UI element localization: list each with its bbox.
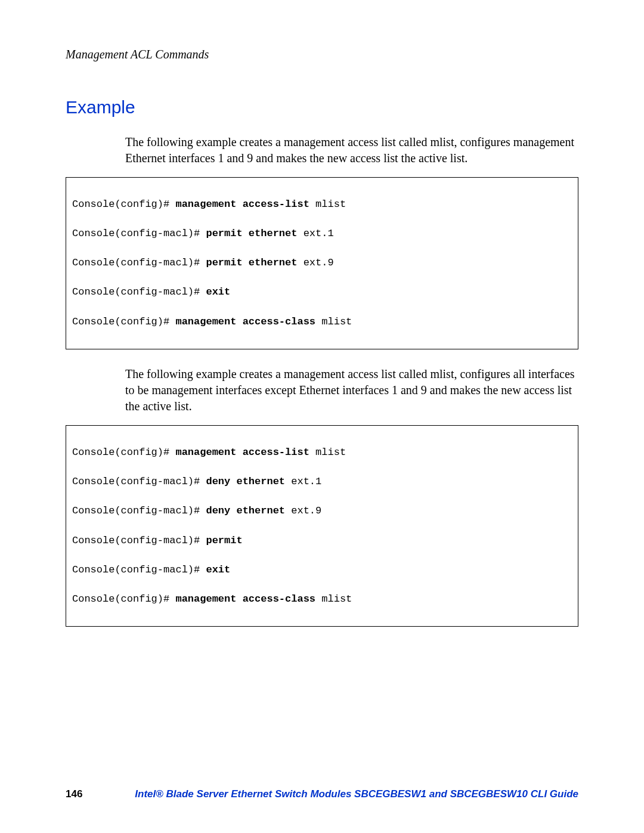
code-arg: mlist [315, 316, 352, 327]
code-line: Console(config)# management access-list … [72, 197, 572, 212]
code-block-2: Console(config)# management access-list … [66, 425, 578, 627]
code-line: Console(config-macl)# deny ethernet ext.… [72, 504, 572, 519]
code-prompt: Console(config-macl)# [72, 257, 206, 268]
code-command: management access-class [175, 316, 315, 327]
code-command: exit [206, 286, 230, 298]
code-arg: ext.9 [297, 257, 333, 268]
page-footer: 146 Intel® Blade Server Ethernet Switch … [66, 788, 578, 800]
code-prompt: Console(config-macl)# [72, 286, 206, 298]
code-command: deny ethernet [206, 476, 285, 487]
code-prompt: Console(config)# [72, 593, 175, 605]
page-header: Management ACL Commands [66, 48, 578, 61]
code-line: Console(config)# management access-class… [72, 315, 572, 330]
code-prompt: Console(config-macl)# [72, 476, 206, 487]
code-arg: mlist [309, 199, 346, 210]
code-command: management access-list [175, 447, 309, 458]
code-command: deny ethernet [206, 505, 285, 516]
code-arg: mlist [315, 593, 352, 605]
code-command: permit ethernet [206, 257, 297, 268]
code-arg: ext.9 [285, 505, 321, 516]
code-line: Console(config)# management access-list … [72, 445, 572, 460]
code-line: Console(config-macl)# permit ethernet ex… [72, 227, 572, 241]
code-prompt: Console(config-macl)# [72, 564, 206, 575]
code-line: Console(config-macl)# exit [72, 285, 572, 300]
code-arg: ext.1 [285, 476, 321, 487]
code-command: permit ethernet [206, 228, 297, 239]
paragraph-2: The following example creates a manageme… [125, 366, 578, 414]
code-arg: ext.1 [297, 228, 333, 239]
code-line: Console(config-macl)# permit ethernet ex… [72, 256, 572, 271]
paragraph-1: The following example creates a manageme… [125, 134, 578, 166]
code-line: Console(config-macl)# deny ethernet ext.… [72, 475, 572, 490]
section-heading-example: Example [66, 97, 578, 117]
code-command: management access-list [175, 199, 309, 210]
footer-title: Intel® Blade Server Ethernet Switch Modu… [125, 788, 578, 800]
code-command: management access-class [175, 593, 315, 605]
code-prompt: Console(config-macl)# [72, 228, 206, 239]
code-command: permit [206, 535, 242, 546]
code-block-1: Console(config)# management access-list … [66, 177, 578, 349]
code-arg: mlist [309, 447, 346, 458]
code-prompt: Console(config)# [72, 199, 175, 210]
code-line: Console(config)# management access-class… [72, 592, 572, 607]
code-prompt: Console(config-macl)# [72, 535, 206, 546]
code-command: exit [206, 564, 230, 575]
code-prompt: Console(config)# [72, 316, 175, 327]
code-prompt: Console(config)# [72, 447, 175, 458]
page-number: 146 [66, 788, 125, 800]
code-line: Console(config-macl)# permit [72, 534, 572, 549]
code-prompt: Console(config-macl)# [72, 505, 206, 516]
code-line: Console(config-macl)# exit [72, 563, 572, 578]
